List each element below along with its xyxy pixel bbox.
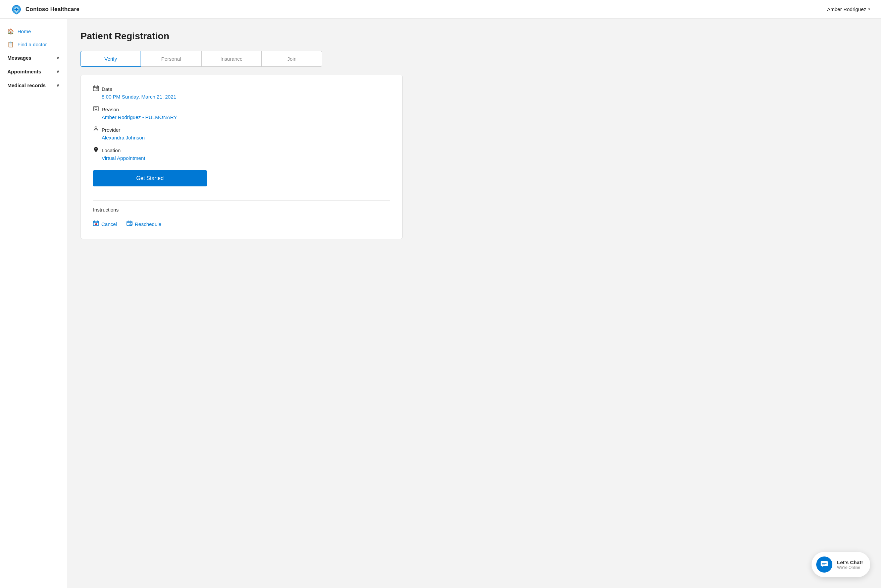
tab-personal[interactable]: Personal bbox=[141, 51, 201, 67]
page-title: Patient Registration bbox=[81, 31, 867, 42]
home-icon: 🏠 bbox=[8, 28, 14, 34]
tab-insurance[interactable]: Insurance bbox=[201, 51, 262, 67]
reschedule-icon bbox=[126, 220, 132, 228]
cancel-button[interactable]: Cancel bbox=[93, 219, 117, 229]
provider-icon bbox=[93, 126, 99, 134]
provider-row: Provider Alexandra Johnson bbox=[93, 126, 390, 141]
location-label: Location bbox=[102, 147, 121, 153]
user-chevron-icon: ▾ bbox=[868, 7, 870, 11]
card-actions: Cancel Reschedule bbox=[93, 216, 390, 229]
reason-label: Reason bbox=[102, 106, 119, 112]
sidebar-medical-records-label: Medical records bbox=[8, 82, 46, 88]
medical-records-chevron-icon: ∨ bbox=[56, 83, 59, 88]
svg-point-5 bbox=[95, 148, 97, 150]
get-started-button[interactable]: Get Started bbox=[93, 170, 207, 186]
brand-name: Contoso Healthcare bbox=[26, 6, 80, 13]
sidebar-appointments-label: Appointments bbox=[8, 69, 41, 74]
location-row: Location Virtual Appointment bbox=[93, 147, 390, 161]
app-layout: 🏠 Home 📋 Find a doctor Messages ∨ Appoin… bbox=[0, 0, 881, 588]
reason-value: Amber Rodriguez - PULMONARY bbox=[102, 114, 390, 120]
location-value: Virtual Appointment bbox=[102, 155, 390, 161]
location-icon bbox=[93, 147, 99, 154]
chat-title: Let's Chat! bbox=[837, 560, 863, 565]
date-icon bbox=[93, 85, 99, 93]
svg-point-3 bbox=[95, 108, 97, 110]
brand: Contoso Healthcare bbox=[11, 4, 80, 15]
svg-point-4 bbox=[95, 127, 97, 129]
cancel-icon bbox=[93, 220, 99, 228]
user-menu[interactable]: Amber Rodriguez ▾ bbox=[827, 6, 870, 12]
cancel-label: Cancel bbox=[101, 221, 117, 227]
sidebar-item-medical-records[interactable]: Medical records ∨ bbox=[0, 78, 67, 92]
chat-text: Let's Chat! We're Online bbox=[837, 560, 863, 570]
reschedule-label: Reschedule bbox=[135, 221, 161, 227]
reschedule-button[interactable]: Reschedule bbox=[126, 219, 161, 229]
sidebar-item-messages[interactable]: Messages ∨ bbox=[0, 51, 67, 65]
sidebar: 🏠 Home 📋 Find a doctor Messages ∨ Appoin… bbox=[0, 19, 67, 588]
registration-tabs: Verify Personal Insurance Join bbox=[81, 51, 867, 67]
sidebar-messages-label: Messages bbox=[8, 55, 32, 61]
chat-icon bbox=[816, 556, 832, 573]
provider-label: Provider bbox=[102, 127, 120, 133]
instructions-label: Instructions bbox=[93, 207, 390, 213]
sidebar-item-home-label: Home bbox=[17, 28, 31, 34]
chat-subtitle: We're Online bbox=[837, 565, 863, 570]
sidebar-item-home[interactable]: 🏠 Home bbox=[0, 25, 67, 38]
find-doctor-icon: 📋 bbox=[8, 41, 14, 48]
sidebar-item-appointments[interactable]: Appointments ∨ bbox=[0, 65, 67, 78]
tab-join[interactable]: Join bbox=[262, 51, 322, 67]
sidebar-item-find-doctor-label: Find a doctor bbox=[17, 42, 47, 47]
messages-chevron-icon: ∨ bbox=[56, 56, 59, 60]
date-row: Date 8:00 PM Sunday, March 21, 2021 bbox=[93, 85, 390, 100]
chat-bubble[interactable]: Let's Chat! We're Online bbox=[812, 552, 870, 577]
user-name: Amber Rodriguez bbox=[827, 6, 866, 12]
reason-icon bbox=[93, 106, 99, 113]
main-content: Patient Registration Verify Personal Ins… bbox=[67, 19, 881, 588]
svg-rect-6 bbox=[93, 221, 99, 226]
reason-row: Reason Amber Rodriguez - PULMONARY bbox=[93, 106, 390, 120]
appointment-card: Date 8:00 PM Sunday, March 21, 2021 Reas… bbox=[81, 75, 403, 239]
appointments-chevron-icon: ∨ bbox=[56, 69, 59, 74]
brand-logo bbox=[11, 4, 22, 15]
tab-verify[interactable]: Verify bbox=[81, 51, 141, 67]
date-value: 8:00 PM Sunday, March 21, 2021 bbox=[102, 94, 390, 100]
provider-value: Alexandra Johnson bbox=[102, 135, 390, 141]
app-header: Contoso Healthcare Amber Rodriguez ▾ bbox=[0, 0, 881, 19]
sidebar-item-find-doctor[interactable]: 📋 Find a doctor bbox=[0, 38, 67, 51]
date-label: Date bbox=[102, 86, 113, 92]
